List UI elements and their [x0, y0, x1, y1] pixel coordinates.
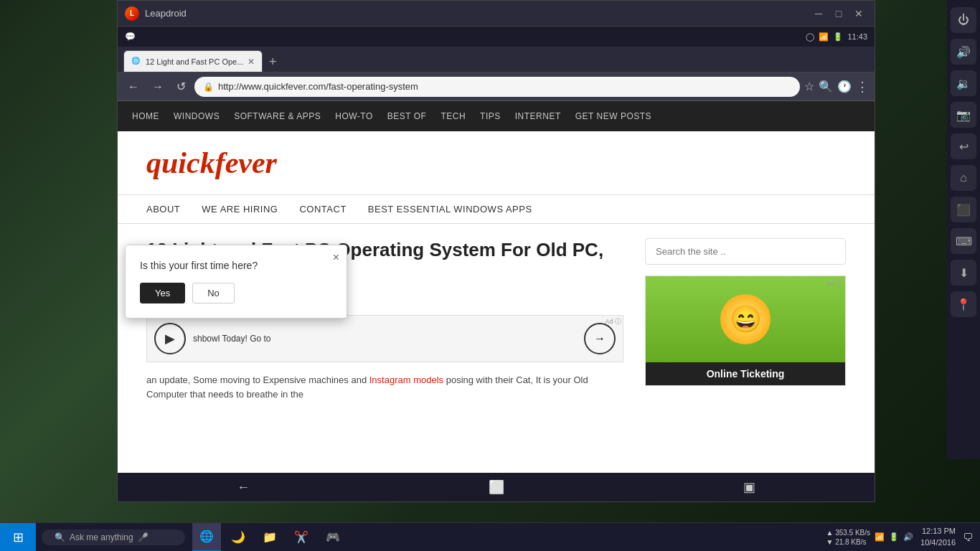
- site-logo-area: quickfever: [118, 131, 875, 195]
- taskbar-app-folder[interactable]: 📁: [255, 523, 284, 552]
- nav-tips[interactable]: TIPS: [480, 108, 501, 124]
- popup-yes-button[interactable]: Yes: [140, 283, 185, 303]
- close-button[interactable]: ✕: [850, 5, 867, 22]
- clock-date: 10/4/2016: [920, 537, 956, 548]
- history-button[interactable]: 🕐: [837, 80, 852, 93]
- taskbar-app-icons: 🌐 🌙 📁 ✂️ 🎮: [192, 523, 347, 552]
- instagram-link[interactable]: Instagram models: [369, 375, 443, 385]
- power-btn[interactable]: ⏻: [951, 7, 976, 33]
- popup-close-button[interactable]: ×: [333, 251, 339, 264]
- sidebar-ad-footer[interactable]: Online Ticketing: [646, 362, 845, 385]
- ad-arrow-button[interactable]: →: [584, 323, 616, 354]
- download-btn[interactable]: ⬇: [951, 260, 976, 286]
- android-navbar: ← ⬜ ▣: [118, 473, 875, 501]
- nav-how-to[interactable]: HOW-TO: [335, 108, 373, 124]
- window-title: Leapdroid: [145, 8, 810, 19]
- android-status-bar: 💬 ◯ 📶 🔋 11:43: [118, 27, 875, 47]
- sec-nav-about[interactable]: ABOUT: [146, 204, 180, 215]
- taskbar-app-chrome[interactable]: 🌐: [192, 523, 221, 552]
- system-tray: ▲ 353.5 KB/s▼ 21.8 KB/s 📶 🔋 🔊: [826, 528, 913, 547]
- taskbar-right: ▲ 353.5 KB/s▼ 21.8 KB/s 📶 🔋 🔊 12:13 PM 1…: [826, 526, 980, 548]
- minimize-button[interactable]: ─: [810, 5, 827, 22]
- keyboard-btn[interactable]: ⌨: [951, 228, 976, 254]
- recent-btn[interactable]: ⬛: [951, 197, 976, 222]
- refresh-nav-button[interactable]: ↺: [172, 77, 190, 96]
- address-bar-container[interactable]: 🔒: [194, 77, 800, 97]
- site-top-nav: HOME WINDOWS SOFTWARE & APPS HOW-TO BEST…: [118, 101, 875, 131]
- network-speed: ▲ 353.5 KB/s▼ 21.8 KB/s: [826, 528, 870, 547]
- signal-icon: ◯: [806, 32, 814, 42]
- window-controls: ─ □ ✕: [810, 5, 867, 22]
- nav-best-of[interactable]: BEST OF: [387, 108, 427, 124]
- nav-internet[interactable]: INTERNET: [515, 108, 561, 124]
- sidebar-ad-label: Ad ⓘ: [826, 279, 842, 288]
- nav-software-apps[interactable]: SOFTWARE & APPS: [234, 108, 321, 124]
- secure-icon: 🔒: [203, 82, 214, 92]
- sidebar-ad-emoji: 😄: [720, 294, 771, 344]
- article-body: an update, Some moving to Expensive mach…: [146, 373, 623, 403]
- browser-toolbar: ← → ↺ 🔒 ☆ 🔍 🕐 ⋮: [118, 72, 875, 101]
- time-display: 11:43: [847, 32, 867, 41]
- wifi-icon: 📶: [819, 32, 829, 42]
- nav-windows[interactable]: WINDOWS: [174, 108, 220, 124]
- browser-menu-button[interactable]: ⋮: [856, 79, 869, 95]
- android-home-button[interactable]: ⬜: [483, 474, 510, 501]
- back-nav-button[interactable]: ←: [123, 77, 143, 96]
- secondary-nav: ABOUT WE ARE HIRING CONTACT BEST ESSENTI…: [118, 195, 875, 224]
- article-ad-banner: Ad ⓘ ▶ shbowl Today! Go to →: [146, 315, 623, 362]
- volume-up-btn[interactable]: 🔊: [951, 39, 976, 65]
- leapdroid-logo-icon: L: [125, 6, 139, 21]
- taskbar-app-puzzle[interactable]: 🎮: [319, 523, 347, 552]
- sec-nav-best-apps[interactable]: BEST ESSENTIAL WINDOWS APPS: [368, 204, 532, 215]
- taskbar-clock[interactable]: 12:13 PM 10/4/2016: [920, 526, 956, 548]
- browser-tab-active[interactable]: 🌐 12 Light and Fast PC Ope... ✕: [123, 50, 263, 72]
- new-tab-button[interactable]: +: [263, 52, 283, 72]
- status-right-icons: ◯ 📶 🔋 11:43: [806, 32, 867, 42]
- location-btn[interactable]: 📍: [951, 291, 976, 317]
- android-back-button[interactable]: ←: [231, 474, 255, 501]
- nav-tech[interactable]: TECH: [440, 108, 466, 124]
- bookmark-button[interactable]: ☆: [804, 80, 814, 93]
- chrome-icon: 🌐: [199, 529, 214, 543]
- folder-icon: 📁: [263, 530, 277, 544]
- tab-title: 12 Light and Fast PC Ope...: [146, 57, 243, 66]
- popup-dialog: × Is this your first time here? Yes No: [125, 245, 347, 319]
- taskbar-app-moon[interactable]: 🌙: [224, 523, 253, 552]
- start-button[interactable]: ⊞: [0, 523, 36, 552]
- network-icon: 📶: [875, 532, 885, 542]
- popup-title: Is this your first time here?: [140, 260, 332, 271]
- sec-nav-hiring[interactable]: WE ARE HIRING: [202, 204, 278, 215]
- taskbar-search[interactable]: 🔍 Ask me anything 🎤: [42, 529, 185, 545]
- forward-nav-button[interactable]: →: [148, 77, 168, 96]
- status-left-icons: 💬: [125, 32, 136, 42]
- search-button[interactable]: 🔍: [819, 80, 833, 93]
- ad-text: shbowl Today! Go to: [193, 334, 271, 344]
- site-logo[interactable]: quickfever: [146, 146, 846, 180]
- tab-close-button[interactable]: ✕: [248, 57, 255, 67]
- window-titlebar: L Leapdroid ─ □ ✕: [118, 1, 875, 27]
- android-recent-button[interactable]: ▣: [738, 474, 761, 501]
- back-btn[interactable]: ↩: [951, 133, 976, 159]
- sidebar-ad-image: 😄: [646, 276, 845, 362]
- battery-icon: 🔋: [833, 32, 843, 42]
- taskbar: ⊞ 🔍 Ask me anything 🎤 🌐 🌙 📁 ✂️ 🎮 ▲ 353.5…: [0, 522, 980, 551]
- moon-icon: 🌙: [231, 530, 245, 544]
- popup-no-button[interactable]: No: [192, 283, 235, 303]
- notifications-button[interactable]: 🗨: [963, 532, 973, 543]
- taskbar-app-tools[interactable]: ✂️: [287, 523, 316, 552]
- volume-down-btn[interactable]: 🔉: [951, 70, 976, 96]
- site-search-input[interactable]: [645, 238, 846, 265]
- ad-label: Ad ⓘ: [605, 317, 621, 326]
- popup-buttons: Yes No: [140, 283, 332, 303]
- sec-nav-contact[interactable]: CONTACT: [299, 204, 346, 215]
- speaker-icon: 🔊: [903, 532, 913, 542]
- mic-icon: 🎤: [138, 532, 149, 542]
- home-btn[interactable]: ⌂: [951, 165, 976, 191]
- nav-home[interactable]: HOME: [132, 108, 159, 124]
- tab-favicon: 🌐: [131, 57, 141, 67]
- screenshot-btn[interactable]: 📷: [951, 102, 976, 128]
- nav-get-new-posts[interactable]: GET NEW POSTS: [575, 108, 651, 124]
- address-bar-input[interactable]: [218, 81, 791, 92]
- maximize-button[interactable]: □: [830, 5, 847, 22]
- ad-play-button[interactable]: ▶: [154, 323, 186, 354]
